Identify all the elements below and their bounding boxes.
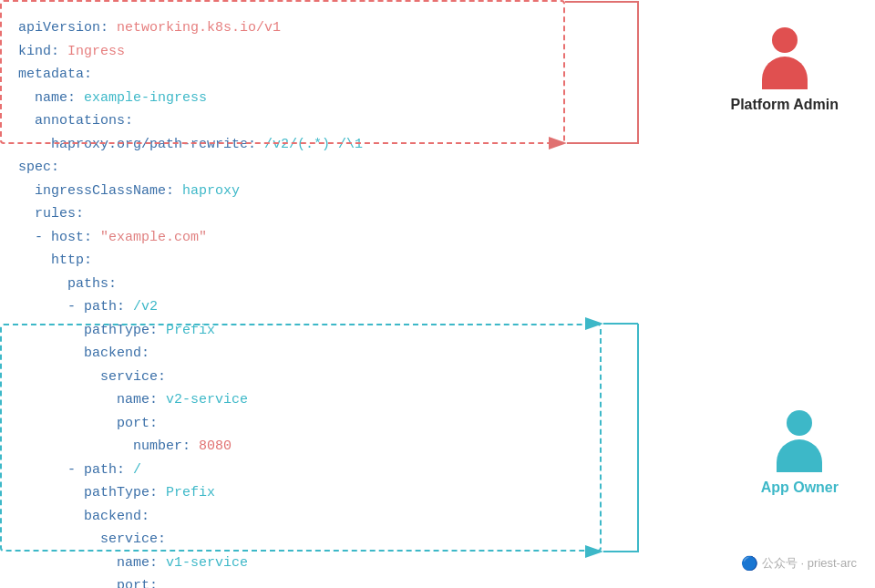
code-token: annotations: xyxy=(18,113,133,129)
code-line: number: 8080 xyxy=(18,435,620,459)
code-token: http: xyxy=(18,253,92,268)
code-token: name: xyxy=(18,555,166,571)
code-line: name: v1-service xyxy=(18,552,620,575)
code-token: v2-service xyxy=(166,392,248,407)
platform-admin-persona: Platform Admin xyxy=(730,27,839,113)
code-line: pathType: Prefix xyxy=(18,481,620,505)
code-token: example-ingress xyxy=(84,90,207,106)
main-container: apiVersion: networking.k8s.io/v1kind: In… xyxy=(0,0,875,588)
code-token: name: xyxy=(18,392,166,407)
code-token: Ingress xyxy=(67,44,125,59)
code-line: kind: Ingress xyxy=(18,40,620,64)
code-line: - path: / xyxy=(18,459,620,482)
code-token: - path: xyxy=(18,299,133,315)
code-token: service: xyxy=(18,531,166,547)
code-line: service: xyxy=(18,528,620,552)
avatar-body-owner xyxy=(777,439,822,472)
code-token: metadata: xyxy=(18,67,92,82)
code-token: backend: xyxy=(18,509,149,524)
watermark-text: 公众号 · priest-arc xyxy=(762,555,857,572)
code-token: 8080 xyxy=(199,438,232,454)
code-token: Prefix xyxy=(166,323,215,338)
code-token: - host: xyxy=(18,230,100,245)
code-token: Prefix xyxy=(166,485,215,500)
code-line: - host: "example.com" xyxy=(18,226,620,250)
code-token: "example.com" xyxy=(100,230,207,245)
code-line: backend: xyxy=(18,342,620,366)
code-token: port: xyxy=(18,578,158,588)
code-token: service: xyxy=(18,369,166,385)
code-token: apiVersion: xyxy=(18,20,117,36)
code-area: apiVersion: networking.k8s.io/v1kind: In… xyxy=(0,0,620,588)
app-owner-persona: App Owner xyxy=(761,410,839,496)
avatar-owner xyxy=(772,410,827,472)
code-line: annotations: xyxy=(18,109,620,133)
code-line: backend: xyxy=(18,505,620,529)
code-line: name: example-ingress xyxy=(18,87,620,110)
code-token: ingressClassName: xyxy=(18,183,182,199)
app-owner-label: App Owner xyxy=(761,480,839,496)
code-token: networking.k8s.io/v1 xyxy=(117,20,281,36)
code-token: backend: xyxy=(18,346,149,361)
code-line: http: xyxy=(18,249,620,273)
code-line: paths: xyxy=(18,273,620,296)
code-line: spec: xyxy=(18,156,620,180)
code-token: /v2 xyxy=(133,299,158,315)
code-token: haproxy.org/path-rewrite: xyxy=(18,137,264,152)
code-line: service: xyxy=(18,366,620,389)
code-token: kind: xyxy=(18,44,67,59)
code-line: - path: /v2 xyxy=(18,295,620,319)
code-line: ingressClassName: haproxy xyxy=(18,180,620,203)
code-token: number: xyxy=(18,438,199,454)
platform-admin-label: Platform Admin xyxy=(730,97,839,113)
code-line: haproxy.org/path-rewrite: /v2/(.*) /\1 xyxy=(18,133,620,157)
code-token: rules: xyxy=(18,206,84,222)
code-line: apiVersion: networking.k8s.io/v1 xyxy=(18,16,620,40)
avatar-body-admin xyxy=(762,57,808,89)
code-line: pathType: Prefix xyxy=(18,319,620,343)
code-line: metadata: xyxy=(18,63,620,87)
code-token: / xyxy=(133,462,141,478)
avatar-head-owner xyxy=(787,410,812,436)
code-line: port: xyxy=(18,412,620,436)
watermark: 🔵 公众号 · priest-arc xyxy=(741,555,857,572)
code-token: pathType: xyxy=(18,485,166,500)
code-line: port: xyxy=(18,574,620,588)
code-token: name: xyxy=(18,90,84,106)
code-line: name: v2-service xyxy=(18,388,620,412)
avatar-admin xyxy=(757,27,812,89)
code-token: - path: xyxy=(18,462,133,478)
code-token: paths: xyxy=(18,276,117,292)
avatar-head-admin xyxy=(772,27,798,53)
code-line: rules: xyxy=(18,202,620,226)
code-token: pathType: xyxy=(18,323,166,338)
wechat-icon: 🔵 xyxy=(741,555,758,572)
code-token: haproxy xyxy=(182,183,240,199)
code-token: /v2/(.*) /\1 xyxy=(264,137,363,152)
code-token: v1-service xyxy=(166,555,248,571)
code-token: port: xyxy=(18,416,158,431)
code-token: spec: xyxy=(18,160,59,175)
